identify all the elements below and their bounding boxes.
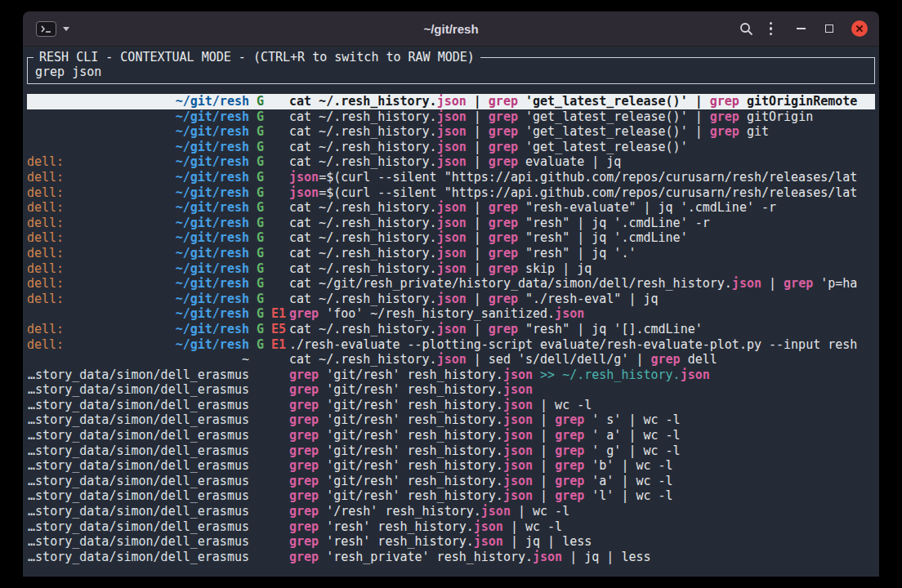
history-row[interactable]: …story_data/simon/dell_erasmusgrep '/res…	[27, 504, 875, 519]
history-row[interactable]: dell:~/git/reshG E1./resh-evaluate --plo…	[27, 337, 875, 353]
command-segment: 'l' | wc -l	[584, 488, 672, 503]
command-segment: |	[467, 154, 489, 169]
status-flags	[257, 398, 289, 413]
git-flag: G	[257, 170, 264, 185]
history-row[interactable]: …story_data/simon/dell_erasmusgrep 'git/…	[27, 443, 875, 459]
history-row[interactable]: dell:~/git/reshGcat ~/.resh_history.json…	[27, 230, 875, 246]
row-location: …story_data/simon/dell_erasmus	[27, 550, 249, 565]
history-row[interactable]: ~cat ~/.resh_history.json | sed 's/dell/…	[27, 352, 875, 368]
history-row[interactable]: dell:~/git/reshGcat ~/.resh_history.json…	[27, 154, 875, 170]
command-segment: 'git/resh' resh_history.	[319, 458, 503, 473]
command-segment: | jq | less	[562, 550, 650, 564]
history-row[interactable]: ~/git/reshGcat ~/.resh_history.json | gr…	[27, 140, 875, 155]
command-segment: |	[467, 94, 489, 109]
match-highlight: grep	[289, 428, 319, 443]
history-row[interactable]: …story_data/simon/dell_erasmusgrep 'resh…	[27, 534, 875, 550]
resh-search-box[interactable]: RESH CLI - CONTEXTUAL MODE - (CTRL+R to …	[27, 57, 875, 84]
match-highlight: json	[503, 398, 533, 412]
history-row[interactable]: dell:~/git/reshGcat ~/.resh_history.json…	[27, 246, 875, 261]
host-label: dell:	[27, 276, 64, 292]
row-location: …story_data/simon/dell_erasmus	[27, 534, 249, 550]
history-row[interactable]: …story_data/simon/dell_erasmusgrep 'git/…	[27, 488, 875, 504]
history-list: ~/git/reshGcat ~/.resh_history.json | gr…	[27, 94, 875, 564]
directory-label: …story_data/simon/dell_erasmus	[27, 474, 249, 489]
git-flag: G	[257, 276, 264, 291]
close-button[interactable]	[851, 20, 868, 37]
history-row[interactable]: ~/git/reshGcat ~/.resh_history.json | gr…	[27, 94, 875, 109]
row-location: dell:~/git/resh	[27, 276, 249, 292]
match-highlight: grep	[555, 458, 584, 473]
command-text: grep 'git/resh' resh_history.json | grep…	[289, 443, 875, 459]
row-location: dell:~/git/resh	[27, 230, 249, 246]
history-row[interactable]: dell:~/git/reshGcat ~/git/resh_private/h…	[27, 276, 875, 292]
new-tab-button[interactable]	[36, 21, 56, 37]
history-row[interactable]: …story_data/simon/dell_erasmusgrep 'git/…	[27, 382, 875, 398]
history-row[interactable]: …story_data/simon/dell_erasmusgrep 'git/…	[27, 474, 875, 489]
match-highlight: json	[503, 458, 533, 473]
command-text: cat ~/git/resh_private/history_data/simo…	[289, 276, 875, 292]
history-row[interactable]: …story_data/simon/dell_erasmusgrep 'git/…	[27, 428, 875, 443]
history-row[interactable]: ~/git/reshGcat ~/.resh_history.json | gr…	[27, 124, 875, 140]
history-row[interactable]: dell:~/git/reshG E5cat ~/.resh_history.j…	[27, 322, 875, 337]
tab-dropdown-button[interactable]	[63, 27, 69, 31]
row-location: dell:~/git/resh	[27, 154, 249, 170]
command-text: grep 'git/resh' resh_history.json | grep…	[289, 428, 875, 443]
match-highlight: json	[474, 519, 503, 534]
history-row[interactable]: ~/git/reshGcat ~/.resh_history.json | gr…	[27, 109, 875, 125]
directory-label: …story_data/simon/dell_erasmus	[27, 504, 249, 519]
command-segment: 'a' | wc -l	[584, 474, 672, 488]
history-row[interactable]: …story_data/simon/dell_erasmusgrep 'git/…	[27, 412, 875, 428]
status-flags	[257, 443, 289, 459]
history-row[interactable]: …story_data/simon/dell_erasmusgrep 'resh…	[27, 550, 875, 565]
command-segment: ' s' | wc -l	[584, 412, 680, 427]
match-highlight: grep	[651, 352, 681, 367]
command-text: grep 'git/resh' resh_history.json | wc -…	[289, 398, 875, 413]
match-highlight: grep	[289, 443, 319, 458]
git-flag: G	[257, 261, 264, 276]
terminal-icon	[36, 21, 56, 37]
command-segment: 'git/resh' resh_history.	[319, 443, 503, 458]
history-row[interactable]: dell:~/git/reshGcat ~/.resh_history.json…	[27, 216, 875, 231]
match-highlight: json	[503, 382, 533, 397]
history-row[interactable]: …story_data/simon/dell_erasmusgrep 'git/…	[27, 458, 875, 474]
status-flags	[257, 368, 289, 383]
minimize-button[interactable]	[797, 28, 825, 29]
command-segment: cat ~/.resh_history.	[289, 109, 437, 124]
kebab-menu-icon	[770, 22, 773, 25]
row-location: dell:~/git/resh	[27, 337, 249, 353]
restore-icon	[825, 24, 833, 33]
command-text: cat ~/.resh_history.json | grep 'get_lat…	[289, 94, 875, 109]
row-location: …story_data/simon/dell_erasmus	[27, 398, 249, 413]
command-segment: cat ~/.resh_history.	[289, 292, 437, 306]
command-text: cat ~/.resh_history.json | grep 'get_lat…	[289, 124, 875, 140]
command-segment: ./resh-evaluate --plotting-script evalua…	[289, 337, 857, 352]
directory-label: …story_data/simon/dell_erasmus	[27, 458, 249, 474]
history-row[interactable]: dell:~/git/reshGcat ~/.resh_history.json…	[27, 200, 875, 216]
history-row[interactable]: dell:~/git/reshGcat ~/.resh_history.json…	[27, 292, 875, 307]
git-flag: G	[257, 154, 264, 169]
history-row[interactable]: dell:~/git/reshGjson=$(curl --silent "ht…	[27, 185, 875, 201]
command-segment: |	[533, 488, 555, 503]
history-row[interactable]: …story_data/simon/dell_erasmusgrep 'resh…	[27, 519, 875, 535]
match-highlight: json	[437, 352, 467, 367]
titlebar: ~/git/resh	[23, 11, 879, 47]
match-highlight: json	[437, 246, 467, 261]
match-highlight: grep	[710, 109, 739, 124]
row-location: …story_data/simon/dell_erasmus	[27, 368, 249, 383]
command-segment: |	[467, 246, 489, 261]
menu-button[interactable]	[768, 20, 775, 38]
command-segment: |	[467, 322, 489, 336]
match-highlight: json	[503, 368, 533, 382]
search-button[interactable]	[739, 22, 753, 36]
row-location: …story_data/simon/dell_erasmus	[27, 412, 249, 428]
history-row[interactable]: dell:~/git/reshGcat ~/.resh_history.json…	[27, 261, 875, 277]
restore-button[interactable]	[825, 24, 851, 33]
command-text: cat ~/.resh_history.json | grep "./resh-…	[289, 292, 875, 307]
command-segment: "resh" | jq '[].cmdLine'	[518, 322, 703, 336]
host-label: dell:	[27, 216, 64, 231]
history-row[interactable]: dell:~/git/reshGjson=$(curl --silent "ht…	[27, 170, 875, 185]
history-row[interactable]: …story_data/simon/dell_erasmusgrep 'git/…	[27, 368, 875, 383]
history-row[interactable]: ~/git/reshG E1grep 'foo' ~/resh_history_…	[27, 306, 875, 322]
history-row[interactable]: …story_data/simon/dell_erasmusgrep 'git/…	[27, 398, 875, 413]
git-flag: G	[257, 109, 264, 124]
